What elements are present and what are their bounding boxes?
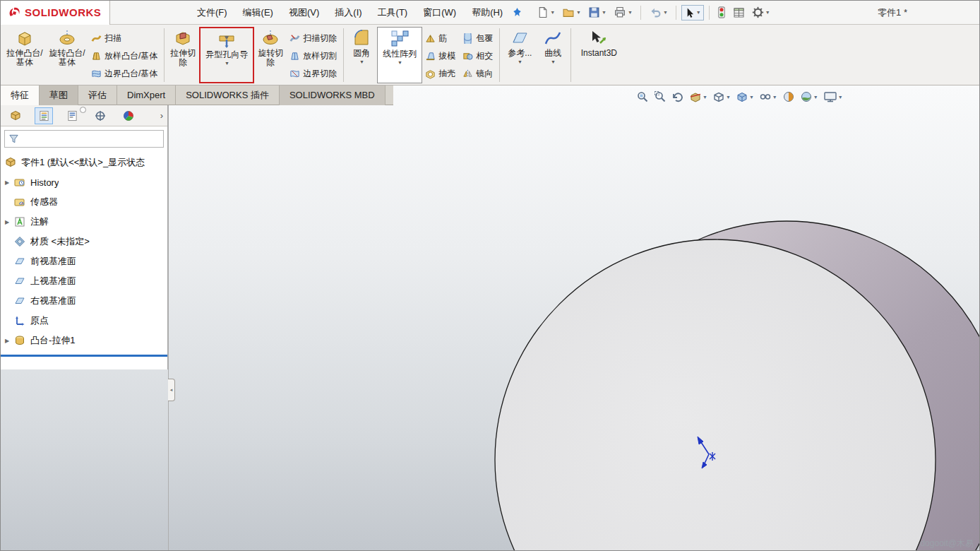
curves-button[interactable]: 曲线 ▼ bbox=[537, 27, 568, 83]
panel-collapse-handle[interactable]: ◂ bbox=[168, 379, 175, 401]
solidworks-window: SOLIDWORKS 文件(F) 编辑(E) 视图(V) 插入(I) 工具(T)… bbox=[0, 0, 980, 551]
boundary-cut-icon bbox=[289, 69, 300, 79]
swept-boss-button[interactable]: 扫描 bbox=[88, 30, 162, 47]
expand-arrow-icon[interactable]: ▶ bbox=[5, 179, 14, 186]
curves-icon bbox=[544, 29, 562, 47]
panel-splitter-dot[interactable] bbox=[80, 107, 86, 113]
tab-features[interactable]: 特征 bbox=[1, 85, 40, 105]
open-button[interactable]: ▼ bbox=[559, 4, 584, 20]
tab-dimxpert[interactable]: DimXpert bbox=[117, 85, 176, 105]
print-button[interactable]: ▼ bbox=[611, 4, 635, 20]
boundary-boss-button[interactable]: 边界凸台/基体 bbox=[88, 65, 162, 83]
fillet-icon bbox=[352, 29, 371, 47]
apply-scene-icon[interactable]: ▼ bbox=[799, 90, 820, 104]
hide-show-items-icon[interactable]: ▼ bbox=[758, 90, 779, 104]
mirror-button[interactable]: 镜向 bbox=[460, 65, 497, 83]
revolved-cut-button[interactable]: 旋转切除 bbox=[254, 27, 287, 83]
feature-manager-tree-tab[interactable] bbox=[35, 107, 53, 124]
button-label: 扫描切除 bbox=[303, 32, 337, 45]
fillet-button[interactable]: 圆角 ▼ bbox=[346, 27, 377, 83]
select-cursor-button[interactable]: ▼ bbox=[681, 5, 704, 20]
tree-item-sensors[interactable]: 传感器 bbox=[1, 192, 167, 212]
shell-button[interactable]: 抽壳 bbox=[422, 65, 460, 83]
tree-item-annotations[interactable]: ▶ 注解 bbox=[1, 212, 167, 232]
edit-appearance-icon[interactable] bbox=[781, 90, 796, 104]
button-label: 拉伸切除 bbox=[168, 49, 198, 67]
extruded-cut-button[interactable]: 拉伸切除 bbox=[167, 27, 199, 83]
tab-solidworks-addins[interactable]: SOLIDWORKS 插件 bbox=[176, 85, 280, 105]
menu-insert[interactable]: 插入(I) bbox=[327, 1, 369, 25]
linear-pattern-button[interactable]: 线性阵列 ▼ bbox=[377, 27, 422, 83]
instant3d-button[interactable]: Instant3D bbox=[573, 27, 624, 83]
menu-file[interactable]: 文件(F) bbox=[189, 1, 235, 25]
part-document-icon[interactable] bbox=[6, 107, 25, 124]
view-orientation-icon[interactable]: ▼ bbox=[711, 90, 732, 104]
mirror-icon bbox=[462, 69, 473, 79]
menu-edit[interactable]: 编辑(E) bbox=[235, 1, 281, 25]
menu-tools[interactable]: 工具(T) bbox=[370, 1, 416, 25]
options-gear-button[interactable]: ▼ bbox=[749, 4, 773, 20]
performance-evaluation-button[interactable] bbox=[715, 4, 729, 20]
tree-item-part-root[interactable]: 零件1 (默认<<默认>_显示状态 bbox=[1, 153, 167, 172]
dropdown-caret-icon: ▼ bbox=[576, 10, 581, 15]
tree-item-material[interactable]: 材质 <未指定> bbox=[1, 232, 167, 251]
zoom-to-area-icon[interactable] bbox=[652, 90, 668, 104]
solidworks-logo: SOLIDWORKS bbox=[1, 1, 110, 25]
tree-item-top-plane[interactable]: 上视基准面 bbox=[1, 271, 167, 291]
expand-arrow-icon[interactable]: ▶ bbox=[5, 338, 14, 344]
draft-button[interactable]: 拔模 bbox=[422, 47, 460, 65]
zoom-to-fit-icon[interactable] bbox=[635, 90, 650, 104]
lofted-boss-button[interactable]: 放样凸台/基体 bbox=[88, 47, 162, 65]
button-label: 旋转凸台/基体 bbox=[47, 49, 87, 67]
tree-item-label: 前视基准面 bbox=[30, 255, 76, 268]
button-label: 放样切割 bbox=[303, 50, 337, 62]
display-style-icon[interactable]: ▼ bbox=[734, 90, 755, 104]
tree-item-front-plane[interactable]: 前视基准面 bbox=[1, 251, 167, 271]
section-view-icon[interactable]: ▼ bbox=[688, 90, 709, 104]
rib-small-column: 筋 拔模 抽壳 bbox=[422, 27, 460, 83]
cylinder-part[interactable] bbox=[495, 221, 980, 551]
swept-cut-button[interactable]: 扫描切除 bbox=[287, 30, 341, 47]
wrap-button[interactable]: 包覆 bbox=[460, 30, 497, 47]
button-label: 抽壳 bbox=[438, 68, 455, 80]
lofted-cut-button[interactable]: 放样切割 bbox=[287, 47, 341, 65]
tree-item-right-plane[interactable]: 右视基准面 bbox=[1, 291, 167, 311]
extruded-boss-button[interactable]: 拉伸凸台/基体 bbox=[4, 27, 46, 83]
pin-menu-icon[interactable] bbox=[512, 7, 522, 18]
new-document-button[interactable]: ▼ bbox=[534, 4, 558, 20]
property-table-button[interactable] bbox=[730, 5, 748, 20]
ribbon-separator bbox=[164, 28, 165, 82]
hole-wizard-button[interactable]: 异型孔向导 ▼ bbox=[199, 27, 254, 83]
intersect-button[interactable]: 相交 bbox=[460, 47, 497, 65]
rollback-bar[interactable] bbox=[1, 355, 167, 357]
tab-solidworks-mbd[interactable]: SOLIDWORKS MBD bbox=[280, 85, 386, 105]
tab-evaluate[interactable]: 评估 bbox=[78, 85, 117, 105]
tab-sketch[interactable]: 草图 bbox=[40, 85, 78, 105]
tree-item-boss-extrude1[interactable]: ▶ 凸台-拉伸1 bbox=[1, 331, 167, 350]
brand-text: SOLIDWORKS bbox=[25, 6, 101, 18]
expand-arrow-icon[interactable]: ▶ bbox=[5, 219, 14, 225]
display-manager-tab[interactable] bbox=[119, 107, 138, 124]
revolved-boss-button[interactable]: 旋转凸台/基体 bbox=[46, 27, 88, 83]
tree-item-label: 右视基准面 bbox=[30, 295, 76, 307]
property-manager-tab[interactable] bbox=[63, 107, 81, 124]
view-settings-icon[interactable]: ▼ bbox=[822, 90, 844, 104]
undo-button[interactable]: ▼ bbox=[646, 4, 671, 20]
tree-item-label: 原点 bbox=[30, 314, 49, 327]
panel-expand-chevron-icon[interactable]: › bbox=[160, 110, 163, 121]
tree-item-origin[interactable]: 原点 bbox=[1, 311, 167, 331]
previous-view-icon[interactable] bbox=[670, 90, 686, 104]
save-button[interactable]: ▼ bbox=[585, 4, 609, 20]
tree-filter-input[interactable] bbox=[4, 130, 164, 148]
ribbon-separator bbox=[570, 28, 571, 82]
dimxpert-manager-tab[interactable] bbox=[91, 107, 109, 124]
menu-help[interactable]: 帮助(H) bbox=[464, 1, 510, 25]
reference-geometry-button[interactable]: 参考... ▼ bbox=[502, 27, 537, 83]
boundary-cut-button[interactable]: 边界切除 bbox=[287, 65, 341, 83]
boss-small-column: 扫描 放样凸台/基体 边界凸台/基体 bbox=[88, 27, 162, 83]
menu-view[interactable]: 视图(V) bbox=[281, 1, 327, 25]
menu-window[interactable]: 窗口(W) bbox=[415, 1, 464, 25]
rib-button[interactable]: 筋 bbox=[422, 30, 460, 47]
tree-item-history[interactable]: ▶ History bbox=[1, 172, 167, 192]
dropdown-caret-icon: ▼ bbox=[703, 95, 707, 100]
